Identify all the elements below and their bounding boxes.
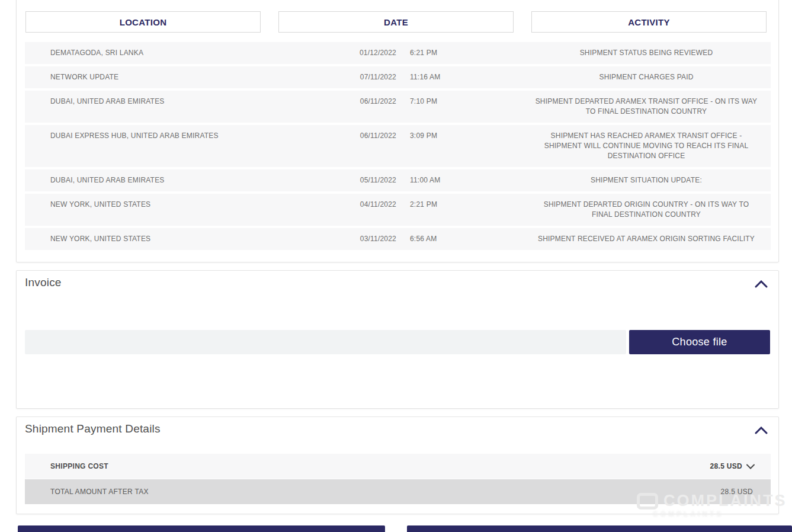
payment-section-title: Shipment Payment Details [25, 422, 161, 435]
table-row: DUBAI, UNITED ARAB EMIRATES 05/11/2022 1… [25, 169, 771, 191]
column-header-location: LOCATION [25, 11, 261, 33]
bottom-button-left[interactable] [18, 525, 385, 532]
row-date: 03/11/2022 [332, 234, 396, 244]
amount-text: 28.5 USD [710, 462, 742, 470]
table-row: DUBAI, UNITED ARAB EMIRATES 06/11/2022 7… [25, 91, 771, 123]
column-header-activity: ACTIVITY [531, 11, 767, 33]
invoice-section: Invoice Choose file [16, 270, 779, 409]
choose-file-button[interactable]: Choose file [629, 330, 770, 354]
row-location: NEW YORK, UNITED STATES [50, 200, 332, 210]
chevron-down-icon [746, 464, 755, 469]
chevron-up-icon [755, 280, 768, 288]
shipping-cost-value: 28.5 USD [710, 462, 755, 470]
row-activity: SHIPMENT CHARGES PAID [533, 72, 760, 82]
row-activity: SHIPMENT STATUS BEING REVIEWED [533, 48, 760, 58]
tracking-table-header: LOCATION DATE ACTIVITY [25, 11, 767, 33]
row-date: 01/12/2022 [332, 48, 396, 58]
row-activity: SHIPMENT DEPARTED ARAMEX TRANSIT OFFICE … [533, 97, 760, 117]
row-time: 6:21 PM [410, 48, 457, 58]
column-header-date: DATE [278, 11, 514, 33]
row-date: 06/11/2022 [332, 97, 396, 107]
row-activity: SHIPMENT RECEIVED AT ARAMEX ORIGIN SORTI… [533, 234, 760, 244]
shipping-cost-row[interactable]: SHIPPING COST 28.5 USD [25, 454, 771, 479]
table-row: NEW YORK, UNITED STATES 03/11/2022 6:56 … [25, 228, 771, 250]
row-time: 6:56 AM [410, 234, 457, 244]
row-activity: SHIPMENT HAS REACHED ARAMEX TRANSIT OFFI… [533, 131, 760, 161]
row-time: 11:00 AM [410, 175, 457, 185]
row-location: DEMATAGODA, SRI LANKA [50, 48, 332, 58]
row-time: 2:21 PM [410, 200, 457, 210]
row-location: DUBAI, UNITED ARAB EMIRATES [50, 175, 332, 185]
row-time: 11:16 AM [410, 72, 457, 82]
payment-details-section: Shipment Payment Details SHIPPING COST 2… [16, 416, 779, 514]
total-after-tax-value: 28.5 USD [721, 488, 753, 496]
bottom-button-right[interactable] [407, 525, 792, 532]
tracking-table-body: DEMATAGODA, SRI LANKA 01/12/2022 6:21 PM… [25, 42, 771, 252]
payment-rows: SHIPPING COST 28.5 USD TOTAL AMOUNT AFTE… [25, 454, 771, 504]
total-after-tax-row: TOTAL AMOUNT AFTER TAX 28.5 USD [25, 479, 771, 504]
table-row: NEW YORK, UNITED STATES 04/11/2022 2:21 … [25, 194, 771, 226]
row-location: DUBAI EXPRESS HUB, UNITED ARAB EMIRATES [50, 131, 332, 141]
row-date: 06/11/2022 [332, 131, 396, 141]
row-activity: SHIPMENT SITUATION UPDATE: [533, 175, 760, 185]
row-time: 3:09 PM [410, 131, 457, 141]
total-after-tax-label: TOTAL AMOUNT AFTER TAX [50, 488, 149, 496]
invoice-section-title: Invoice [25, 276, 62, 289]
row-date: 05/11/2022 [332, 175, 396, 185]
row-location: NEW YORK, UNITED STATES [50, 234, 332, 244]
invoice-collapse-button[interactable] [753, 278, 769, 290]
row-activity: SHIPMENT DEPARTED ORIGIN COUNTRY - ON IT… [533, 200, 760, 220]
chevron-up-icon [755, 427, 768, 434]
tracking-history-card: LOCATION DATE ACTIVITY DEMATAGODA, SRI L… [16, 0, 779, 262]
table-row: DEMATAGODA, SRI LANKA 01/12/2022 6:21 PM… [25, 42, 771, 64]
table-row: DUBAI EXPRESS HUB, UNITED ARAB EMIRATES … [25, 125, 771, 167]
row-location: NETWORK UPDATE [50, 72, 332, 82]
shipping-cost-label: SHIPPING COST [50, 462, 108, 470]
shipment-tracking-page: LOCATION DATE ACTIVITY DEMATAGODA, SRI L… [0, 0, 792, 532]
row-date: 04/11/2022 [332, 200, 396, 210]
payment-collapse-button[interactable] [753, 424, 769, 436]
row-location: DUBAI, UNITED ARAB EMIRATES [50, 97, 332, 107]
table-row: NETWORK UPDATE 07/11/2022 11:16 AM SHIPM… [25, 66, 771, 88]
invoice-upload-row: Choose file [25, 330, 770, 354]
file-name-field[interactable] [25, 330, 626, 354]
row-time: 7:10 PM [410, 97, 457, 107]
row-date: 07/11/2022 [332, 72, 396, 82]
